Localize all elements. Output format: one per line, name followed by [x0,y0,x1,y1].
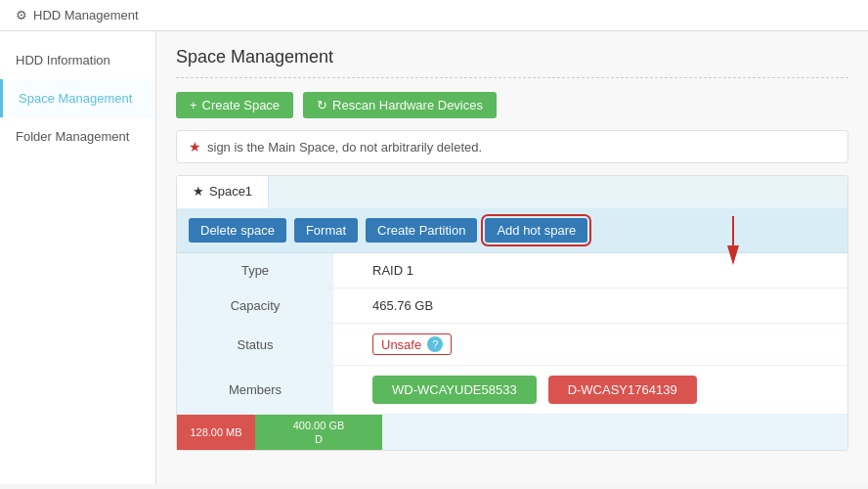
add-hot-spare-button[interactable]: Add hot spare [485,218,587,243]
create-space-button[interactable]: + Create Space [176,92,293,118]
sidebar-label-folder: Folder Management [16,129,129,144]
star-icon: ★ [189,139,201,155]
status-value: Unsafe ? [333,324,847,366]
create-partition-button[interactable]: Create Partition [366,218,477,243]
format-label: Format [306,223,346,238]
cap-segment-400gb: 400.00 GBD [255,415,382,450]
top-bar: ⚙ HDD Management [0,0,868,31]
members-cell: WD-WCAYUDE58533 D-WCASY1764139 [372,376,832,404]
add-hot-spare-label: Add hot spare [497,223,576,238]
member-1-badge[interactable]: WD-WCAYUDE58533 [372,376,537,404]
cap-segment-128mb: 128.00 MB [177,415,255,450]
tab-star-icon: ★ [193,184,204,199]
gear-icon: ⚙ [16,8,27,22]
sidebar-label-space: Space Management [19,91,132,106]
cap-seg-400-label: 400.00 GBD [293,419,345,447]
page-title: Space Management [176,47,848,78]
rescan-label: Rescan Hardware Devices [332,98,483,112]
tab-label: Space1 [209,184,252,199]
members-label: Members [177,366,333,415]
table-row-capacity-bar: 128.00 MB 400.00 GBD [177,415,847,451]
tab-space1[interactable]: ★ Space1 [177,176,269,208]
status-box: Unsafe ? [372,333,452,355]
layout: HDD Information Space Management Folder … [0,31,868,484]
status-text: Unsafe [381,337,421,352]
notice-text: sign is the Main Space, do not arbitrari… [207,140,482,155]
type-value: RAID 1 [333,253,847,289]
action-bar: + Create Space ↻ Rescan Hardware Devices [176,92,848,118]
create-space-label: Create Space [202,98,281,112]
members-value: WD-WCAYUDE58533 D-WCASY1764139 [333,366,847,415]
sidebar: HDD Information Space Management Folder … [0,31,156,484]
type-label: Type [177,253,333,289]
refresh-icon: ↻ [317,98,327,112]
status-cell: Unsafe ? [372,333,832,355]
info-table: Type RAID 1 Capacity 465.76 GB Status Un… [177,253,847,450]
red-arrow-annotation [718,216,748,265]
rescan-hardware-button[interactable]: ↻ Rescan Hardware Devices [303,92,497,118]
plus-icon: + [190,98,197,112]
capacity-label: Capacity [177,289,333,324]
tab-bar: ★ Space1 [177,176,847,208]
top-bar-title: HDD Management [33,8,139,22]
main-content: Space Management + Create Space ↻ Rescan… [156,31,868,484]
status-label: Status [177,324,333,366]
delete-space-button[interactable]: Delete space [189,218,286,243]
sidebar-item-folder-management[interactable]: Folder Management [0,117,155,156]
table-row-status: Status Unsafe ? [177,324,847,366]
capacity-value: 465.76 GB [333,289,847,324]
sidebar-label-hdd: HDD Information [16,53,110,67]
create-partition-label: Create Partition [377,223,465,238]
table-row-capacity: Capacity 465.76 GB [177,289,847,324]
capacity-bar: 128.00 MB 400.00 GBD [177,415,847,450]
notice-box: ★ sign is the Main Space, do not arbitra… [176,130,848,163]
member-2-badge[interactable]: D-WCASY1764139 [548,376,697,404]
cap-seg-128-label: 128.00 MB [190,426,241,438]
space-panel: ★ Space1 Delete space Format Create Part… [176,175,848,451]
sidebar-item-hdd-information[interactable]: HDD Information [0,41,155,79]
capacity-bar-cell: 128.00 MB 400.00 GBD [177,415,847,451]
format-button[interactable]: Format [294,218,358,243]
sidebar-item-space-management[interactable]: Space Management [0,79,155,117]
svg-marker-1 [727,245,739,265]
delete-space-label: Delete space [200,223,275,238]
table-row-members: Members WD-WCAYUDE58533 D-WCASY1764139 [177,366,847,415]
help-icon[interactable]: ? [427,336,443,352]
